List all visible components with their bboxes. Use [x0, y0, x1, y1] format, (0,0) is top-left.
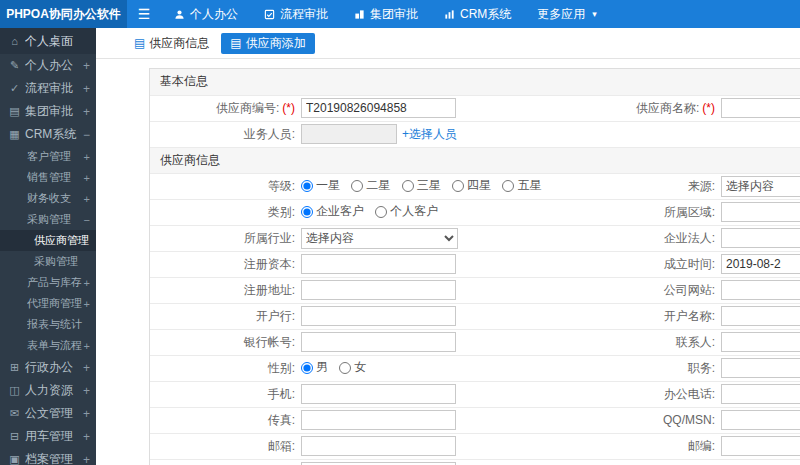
pencil-icon: ✎	[7, 59, 22, 72]
legal-person-input[interactable]	[721, 228, 800, 248]
sidebar-item-group-approval[interactable]: ▤ 集团审批 +	[0, 100, 96, 123]
expand-icon[interactable]: +	[82, 340, 96, 352]
sidebar-item-product-inventory[interactable]: 产品与库存 +	[0, 272, 96, 293]
expand-icon[interactable]: +	[81, 453, 96, 465]
collapse-icon[interactable]: −	[82, 214, 96, 226]
nav-personal-office[interactable]: 个人办公	[161, 0, 251, 28]
radio-input[interactable]	[375, 206, 387, 218]
expand-icon[interactable]: +	[82, 172, 96, 184]
nav-more-apps[interactable]: 更多应用 ▾	[524, 0, 610, 28]
select-person-link[interactable]: +选择人员	[402, 127, 457, 141]
main-content: ▤ 供应商信息 ▤ 供应商添加 基本信息 供应商编号:(*) 供应商名称:(*)	[96, 28, 800, 465]
bank-input[interactable]	[301, 306, 456, 326]
nav-crm-system[interactable]: CRM系统	[431, 0, 524, 28]
radio-input[interactable]	[452, 180, 464, 192]
collapse-icon[interactable]: −	[81, 128, 96, 142]
form-row-level: 等级: 一星 二星 三星 四星 五星 来源: 选择内容	[150, 173, 800, 199]
level-option[interactable]: 一星	[301, 177, 340, 194]
qq-msn-input[interactable]	[721, 410, 800, 430]
contact-input[interactable]	[721, 332, 800, 352]
office-phone-input[interactable]	[721, 384, 800, 404]
sidebar-item-hr[interactable]: ◫ 人力资源 +	[0, 379, 96, 402]
expand-icon[interactable]: +	[81, 105, 96, 119]
sidebar-item-supplier-mgmt[interactable]: 供应商管理	[0, 230, 96, 251]
app-logo: PHPOA协同办公软件	[0, 0, 127, 28]
website-input[interactable]	[721, 280, 800, 300]
expand-icon[interactable]: +	[81, 384, 96, 398]
tab-supplier-info[interactable]: ▤ 供应商信息	[134, 35, 209, 52]
fax-input[interactable]	[301, 410, 456, 430]
founded-time-input[interactable]	[721, 254, 800, 274]
sidebar-item-reports[interactable]: 报表与统计	[0, 314, 96, 335]
radio-input[interactable]	[301, 362, 313, 374]
radio-input[interactable]	[301, 206, 313, 218]
level-option[interactable]: 五星	[502, 177, 541, 194]
mobile-input[interactable]	[301, 384, 456, 404]
menu-toggle-icon[interactable]: ☰	[127, 0, 161, 28]
expand-icon[interactable]: +	[81, 361, 96, 375]
sidebar-item-personal-desktop[interactable]: ⌂ 个人桌面	[0, 28, 96, 54]
nav-process-approval[interactable]: 流程审批	[251, 0, 341, 28]
source-select[interactable]: 选择内容	[721, 176, 800, 197]
nav-group-approval[interactable]: 集团审批	[341, 0, 431, 28]
expand-icon[interactable]: +	[81, 430, 96, 444]
field-label: 来源:	[688, 179, 715, 193]
reg-capital-input[interactable]	[301, 254, 456, 274]
supplier-name-input[interactable]	[721, 98, 800, 118]
radio-input[interactable]	[339, 362, 351, 374]
gender-option[interactable]: 男	[301, 359, 328, 376]
field-label: 类别:	[268, 205, 295, 219]
expand-icon[interactable]: +	[81, 407, 96, 421]
expand-icon[interactable]: +	[81, 82, 96, 96]
radio-input[interactable]	[351, 180, 363, 192]
desktop-icon: ⌂	[7, 35, 22, 47]
sidebar-item-customer-mgmt[interactable]: 客户管理 +	[0, 146, 96, 167]
sidebar-item-agent-mgmt[interactable]: 代理商管理 +	[0, 293, 96, 314]
level-option[interactable]: 二星	[351, 177, 390, 194]
sidebar-item-personal-office[interactable]: ✎ 个人办公 +	[0, 54, 96, 77]
reg-address-input[interactable]	[301, 280, 456, 300]
category-option[interactable]: 企业客户	[301, 203, 364, 220]
tab-supplier-add[interactable]: ▤ 供应商添加	[221, 33, 314, 54]
sidebar-item-sales-mgmt[interactable]: 销售管理 +	[0, 167, 96, 188]
check-icon: ✓	[7, 82, 22, 95]
sidebar-item-form-flow-settings[interactable]: 表单与流程设置 +	[0, 335, 96, 356]
chart-icon: ▦	[7, 128, 22, 141]
expand-icon[interactable]: +	[82, 277, 96, 289]
level-option[interactable]: 四星	[452, 177, 491, 194]
expand-icon[interactable]: +	[82, 298, 96, 310]
radio-input[interactable]	[402, 180, 414, 192]
expand-icon[interactable]: +	[82, 151, 96, 163]
sidebar-item-archive-mgmt[interactable]: ▣ 档案管理 +	[0, 448, 96, 465]
account-name-input[interactable]	[721, 306, 800, 326]
gender-option[interactable]: 女	[339, 359, 366, 376]
region-input[interactable]	[721, 202, 800, 222]
business-person-input[interactable]	[301, 124, 397, 144]
position-input[interactable]	[721, 358, 800, 378]
field-label: 注册地址:	[244, 283, 295, 297]
level-option[interactable]: 三星	[402, 177, 441, 194]
level-radio-group: 一星 二星 三星 四星 五星	[300, 173, 618, 199]
radio-input[interactable]	[301, 180, 313, 192]
sidebar-item-process-approval[interactable]: ✓ 流程审批 +	[0, 77, 96, 100]
form-row-category: 类别: 企业客户 个人客户 所属区域:	[150, 199, 800, 225]
industry-select[interactable]: 选择内容	[301, 228, 458, 249]
sidebar-item-doc-mgmt[interactable]: ✉ 公文管理 +	[0, 402, 96, 425]
sidebar-item-purchase-mgmt-sub[interactable]: 采购管理	[0, 251, 96, 272]
grid-icon: ▤	[7, 105, 22, 118]
supplier-no-input[interactable]	[301, 98, 456, 118]
sidebar-item-purchase-mgmt[interactable]: 采购管理 −	[0, 209, 96, 230]
vehicle-icon: ⊟	[7, 430, 22, 443]
sidebar-item-vehicle-mgmt[interactable]: ⊟ 用车管理 +	[0, 425, 96, 448]
zip-input[interactable]	[721, 436, 800, 456]
field-label: 公司网站:	[664, 283, 715, 297]
bank-account-input[interactable]	[301, 332, 456, 352]
sidebar-item-crm-system[interactable]: ▦ CRM系统 −	[0, 123, 96, 146]
category-option[interactable]: 个人客户	[375, 203, 438, 220]
email-input[interactable]	[301, 436, 456, 456]
expand-icon[interactable]: +	[82, 193, 96, 205]
sidebar-item-finance[interactable]: 财务收支 +	[0, 188, 96, 209]
sidebar-item-admin-office[interactable]: ⊞ 行政办公 +	[0, 356, 96, 379]
radio-input[interactable]	[502, 180, 514, 192]
expand-icon[interactable]: +	[81, 59, 96, 73]
